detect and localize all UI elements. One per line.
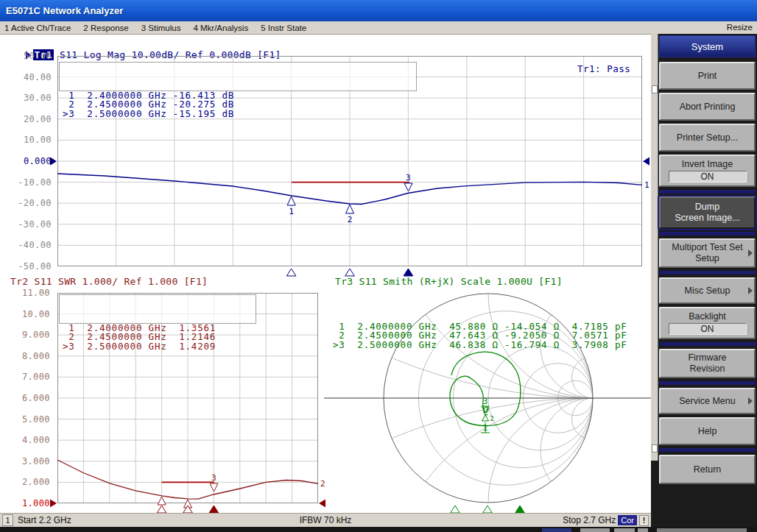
tr3-stimulus-marker-2	[483, 506, 493, 513]
tr3-marker-readout: 1 2.4000000 GHz 45.880 Ω -14.054 Ω 4.718…	[333, 294, 627, 350]
tr1-marker-1[interactable]: 1	[287, 196, 295, 216]
softkey-separator	[659, 232, 756, 235]
softkey-separator	[659, 342, 756, 346]
softkey-label: Invert Image	[682, 159, 733, 170]
y-axis-label: 0.000	[4, 151, 52, 172]
tr1-ref-marker-left	[50, 157, 57, 166]
taskbar-fragment	[638, 528, 648, 532]
tr1-stimulus-marker-3-active	[404, 269, 413, 276]
softkey-separator	[659, 381, 756, 385]
bottom-edge-strip	[0, 527, 757, 532]
menu-item[interactable]: 1 Active Ch/Trace	[4, 24, 71, 32]
y-axis-label: 10.00	[4, 304, 50, 325]
svg-text:1: 1	[289, 207, 294, 216]
softkey-label: Multiport Test Set	[672, 242, 742, 253]
tr2-marker-table: 1 2.4000000 GHz 1.3561 2 2.4500000 GHz 1…	[59, 294, 256, 324]
tr2-stimulus-marker-1	[157, 506, 166, 513]
tr1-stimulus-marker-1	[286, 269, 296, 276]
softkey-firmware-revision[interactable]: Firmware Revision	[659, 349, 756, 378]
svg-text:3: 3	[406, 173, 411, 182]
softkey-printer-setup[interactable]: Printer Setup...	[659, 124, 756, 152]
softkey-label: Firmware	[688, 352, 726, 363]
y-axis-label: 11.00	[4, 283, 50, 304]
channel-status-bar: 1 Start 2.2 GHz IFBW 70 kHz Stop 2.7 GHz…	[0, 513, 651, 527]
softkey-label: Revision	[690, 363, 725, 375]
svg-text:3: 3	[211, 473, 216, 483]
softkey-label: Dump	[695, 202, 719, 213]
svg-text:2: 2	[348, 215, 353, 224]
softkey-dump-screen-image[interactable]: Dump Screen Image...	[659, 196, 756, 229]
y-axis-label: 10.00	[4, 130, 52, 151]
softkey-separator	[659, 190, 756, 194]
tr3-stimulus-marker-1	[451, 506, 460, 513]
window-title: E5071C Network Analyzer	[6, 5, 123, 16]
submenu-arrow-icon	[748, 287, 753, 294]
softkey-label: Service Menu	[679, 396, 735, 407]
y-axis-label: 1.000	[4, 493, 50, 514]
softkey-invert-image-toggle[interactable]: Invert Image ON	[659, 155, 756, 187]
tr3-marker-1[interactable]: 1	[481, 422, 490, 433]
tr2-ref-marker-left	[50, 499, 57, 507]
taskbar-fragment	[614, 528, 635, 532]
title-bar: E5071C Network Analyzer	[0, 0, 757, 21]
tr3-title: Tr3 S11 Smith (R+jX) Scale 1.000U [F1]	[335, 276, 563, 287]
softkey-menu-header: System	[659, 35, 756, 57]
y-axis-label: -20.00	[4, 193, 52, 214]
gutter-tick	[652, 85, 658, 93]
softkey-abort-printing[interactable]: Abort Printing	[659, 93, 756, 121]
softkey-label: Screen Image...	[675, 213, 739, 224]
y-axis-label: 3.000	[4, 451, 50, 472]
softkey-multiport-test-set-setup[interactable]: Multiport Test Set Setup	[659, 238, 756, 268]
y-axis-label: 8.000	[4, 346, 50, 367]
y-axis-label: -30.00	[4, 214, 52, 235]
y-axis-label: 40.00	[4, 67, 52, 88]
softkey-label: Printer Setup...	[677, 132, 738, 143]
softkey-service-menu[interactable]: Service Menu	[659, 388, 756, 414]
softkey-label: Return	[694, 464, 722, 475]
menu-bar: 1 Active Ch/Trace2 Response3 Stimulus4 M…	[0, 21, 757, 35]
softkey-print[interactable]: Print	[659, 62, 756, 90]
tr1-y-axis: 50.0040.0030.0020.0010.000.000-10.00-20.…	[4, 46, 52, 277]
y-axis-label: 30.00	[4, 88, 52, 109]
softkey-separator	[659, 271, 756, 274]
y-axis-label: 2.000	[4, 472, 50, 493]
toggle-state-value: ON	[669, 323, 747, 335]
tr3-stimulus-marker-3-active	[515, 506, 525, 513]
submenu-arrow-icon	[748, 397, 753, 405]
y-axis-label: 7.000	[4, 366, 50, 388]
y-axis-label: 9.000	[4, 324, 50, 346]
menu-item[interactable]: 3 Stimulus	[141, 24, 181, 32]
softkey-misc-setup[interactable]: Misc Setup	[659, 277, 756, 304]
submenu-arrow-icon	[748, 249, 753, 257]
tr1-stimulus-marker-2	[345, 269, 355, 276]
menu-item[interactable]: 5 Instr State	[261, 24, 306, 32]
resize-control[interactable]: Resize	[727, 23, 753, 32]
y-axis-label: -40.00	[4, 235, 52, 256]
app-window: E5071C Network Analyzer 1 Active Ch/Trac…	[0, 0, 757, 532]
tr3-marker-2[interactable]: 2	[482, 415, 494, 422]
toggle-state-value: ON	[669, 171, 747, 182]
softkey-label: Backlight	[689, 311, 726, 322]
softkey-label: Print	[698, 71, 717, 82]
tr1-marker-table: 1 2.4000000 GHz -16.413 dB 2 2.4500000 G…	[59, 62, 417, 91]
y-axis-label: -50.00	[4, 256, 52, 277]
y-axis-label: -10.00	[4, 172, 52, 194]
taskbar-fragment	[580, 528, 610, 532]
softkey-return[interactable]: Return	[659, 455, 756, 484]
tr1-trace-number-label: 1	[644, 180, 649, 190]
tr2-stimulus-marker-3-active	[209, 506, 219, 513]
softkey-backlight-toggle[interactable]: Backlight ON	[659, 307, 756, 339]
y-axis-label: 50.00	[4, 46, 52, 67]
tr1-marker-2[interactable]: 2	[346, 205, 354, 224]
softkey-scroll-gutter[interactable]	[651, 34, 658, 461]
y-axis-label: 4.000	[4, 430, 50, 451]
menu-item[interactable]: 2 Response	[83, 24, 128, 32]
softkey-help[interactable]: Help	[659, 417, 756, 445]
softkey-label: Misc Setup	[685, 285, 730, 297]
marker-row: >3 2.5000000 GHz -15.195 dB	[63, 110, 416, 119]
y-axis-label: 6.000	[4, 388, 50, 409]
tr2-y-axis: 11.0010.009.0008.0007.0006.0005.0004.000…	[4, 283, 50, 514]
menu-item[interactable]: 4 Mkr/Analysis	[193, 24, 248, 32]
svg-text:1: 1	[483, 423, 488, 433]
svg-text:3: 3	[483, 397, 488, 406]
